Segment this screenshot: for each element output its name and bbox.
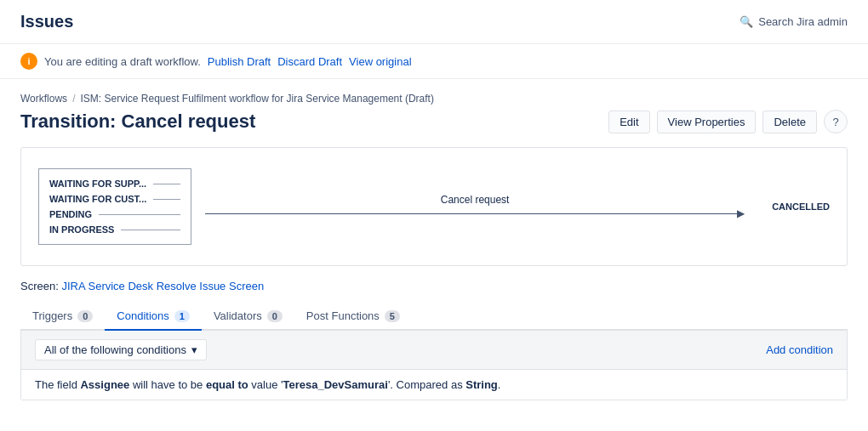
tabs-bar: Triggers 0 Conditions 1 Validators 0 Pos…: [20, 303, 848, 331]
transition-arrow: Cancel request ▶: [191, 194, 758, 219]
screen-section: Screen: JIRA Service Desk Resolve Issue …: [20, 280, 848, 292]
delete-button[interactable]: Delete: [762, 111, 817, 133]
draft-message: You are editing a draft workflow.: [44, 55, 201, 68]
view-properties-button[interactable]: View Properties: [657, 111, 757, 133]
publish-draft-link[interactable]: Publish Draft: [208, 55, 271, 68]
page-header: Issues 🔍 Search Jira admin: [0, 0, 868, 44]
tab-post-functions-badge: 5: [385, 310, 400, 322]
tab-conditions-badge: 1: [174, 310, 190, 322]
condition-type: String: [465, 378, 498, 391]
conditions-dropdown[interactable]: All of the following conditions ▾: [35, 339, 207, 360]
tab-validators-badge: 0: [267, 310, 283, 322]
edit-button[interactable]: Edit: [608, 111, 649, 133]
tab-validators[interactable]: Validators 0: [202, 303, 294, 331]
conditions-panel: All of the following conditions ▾ Add co…: [20, 331, 848, 400]
destination-state: CANCELLED: [758, 201, 830, 212]
state-pending: PENDING: [49, 207, 180, 222]
transition-label: Cancel request: [441, 194, 510, 206]
condition-value-prefix: value ': [248, 378, 283, 391]
breadcrumb-separator: /: [72, 93, 75, 105]
chevron-down-icon: ▾: [191, 343, 197, 356]
screen-link[interactable]: JIRA Service Desk Resolve Issue Screen: [61, 280, 264, 292]
states-box: WAITING FOR SUPP... WAITING FOR CUST... …: [38, 168, 191, 245]
arrow-wrapper: Cancel request ▶: [205, 194, 745, 219]
condition-field: Assignee: [80, 378, 129, 391]
arrow-line: [205, 213, 739, 214]
condition-text-prefix: The field: [35, 378, 80, 391]
condition-value-suffix: '. Compared as: [388, 378, 465, 391]
condition-operator: equal to: [206, 378, 248, 391]
title-actions: Edit View Properties Delete ?: [608, 110, 848, 133]
workflow-diagram: WAITING FOR SUPP... WAITING FOR CUST... …: [38, 168, 830, 245]
tab-triggers-badge: 0: [77, 310, 93, 322]
view-original-link[interactable]: View original: [349, 55, 411, 68]
page-title: Issues: [20, 12, 73, 31]
add-condition-button[interactable]: Add condition: [766, 343, 833, 356]
arrowhead-icon: ▶: [737, 207, 745, 219]
search-label: Search Jira admin: [758, 15, 848, 28]
transition-title: Transition: Cancel request: [20, 111, 255, 133]
condition-row: The field Assignee will have to be equal…: [21, 370, 847, 400]
arrow-row: ▶: [205, 207, 745, 219]
tab-post-functions[interactable]: Post Functions 5: [294, 303, 412, 331]
tab-conditions[interactable]: Conditions 1: [105, 303, 202, 331]
condition-value: Teresa_DevSamurai: [283, 378, 388, 391]
conditions-dropdown-label: All of the following conditions: [44, 343, 186, 356]
conditions-header: All of the following conditions ▾ Add co…: [21, 331, 847, 370]
search-admin[interactable]: 🔍 Search Jira admin: [740, 15, 848, 28]
workflow-diagram-box: WAITING FOR SUPP... WAITING FOR CUST... …: [20, 147, 848, 266]
tab-triggers[interactable]: Triggers 0: [20, 303, 105, 331]
condition-period: .: [498, 378, 501, 391]
breadcrumb-current: ISM: Service Request Fulfilment workflow…: [80, 93, 433, 105]
help-icon[interactable]: ?: [824, 110, 848, 133]
draft-icon: i: [20, 53, 37, 70]
discard-draft-link[interactable]: Discard Draft: [277, 55, 342, 68]
main-content: Workflows / ISM: Service Request Fulfilm…: [0, 79, 868, 414]
page-title-row: Transition: Cancel request Edit View Pro…: [20, 110, 848, 133]
breadcrumb: Workflows / ISM: Service Request Fulfilm…: [20, 93, 848, 105]
draft-banner: i You are editing a draft workflow. Publ…: [0, 44, 868, 79]
state-waiting-cust: WAITING FOR CUST...: [49, 191, 180, 207]
state-in-progress: IN PROGRESS: [49, 222, 180, 237]
state-waiting-supp: WAITING FOR SUPP...: [49, 176, 180, 191]
screen-label: Screen:: [20, 280, 59, 292]
condition-operator-prefix: will have to be: [129, 378, 206, 391]
search-icon: 🔍: [740, 15, 753, 28]
breadcrumb-workflows[interactable]: Workflows: [20, 93, 67, 105]
